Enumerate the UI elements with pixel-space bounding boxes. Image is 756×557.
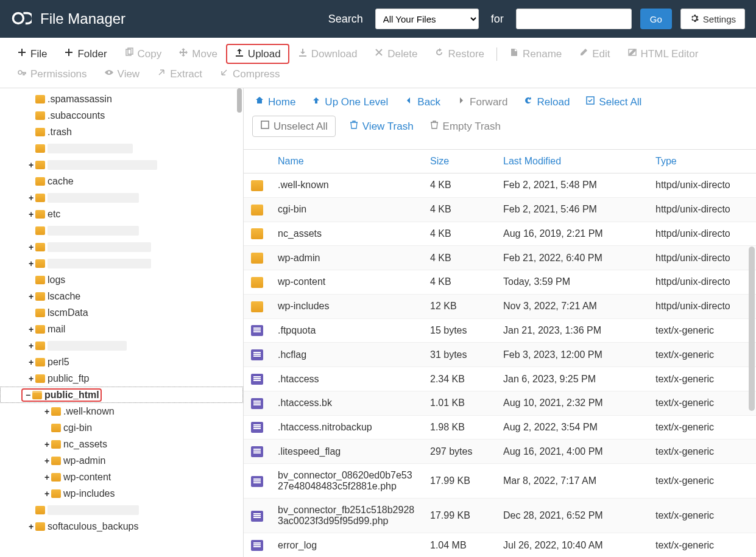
compress-button[interactable]: Compress bbox=[211, 64, 288, 84]
move-button[interactable]: Move bbox=[170, 44, 226, 64]
tree-expand-icon[interactable]: + bbox=[27, 292, 35, 301]
upload-button[interactable]: Upload bbox=[226, 44, 289, 64]
tree-node[interactable]: +mail bbox=[0, 321, 243, 337]
tree-node[interactable]: +wp-includes bbox=[0, 485, 243, 502]
table-row[interactable]: .litespeed_flag297 bytesAug 16, 2021, 4:… bbox=[244, 440, 756, 464]
tree-expand-icon[interactable]: + bbox=[43, 440, 51, 449]
table-row[interactable]: .htaccess.nitrobackup1.98 KBAug 2, 2022,… bbox=[244, 415, 756, 440]
table-row[interactable]: bv_connector_fb251c518b29283ac0023f3d95f… bbox=[244, 499, 756, 533]
tree-node[interactable]: +lscmData bbox=[0, 304, 243, 321]
sidebar-tree[interactable]: +.spamassassin+.subaccounts+.trash+++cac… bbox=[0, 88, 244, 557]
tree-expand-icon[interactable]: + bbox=[27, 242, 35, 252]
extract-button[interactable]: Extract bbox=[148, 64, 211, 84]
forward-button[interactable]: Forward bbox=[454, 94, 510, 110]
arrow-left-icon bbox=[404, 96, 414, 108]
tree-node[interactable]: +cache bbox=[0, 173, 243, 189]
home-button[interactable]: Home bbox=[252, 94, 298, 110]
table-row[interactable]: .ftpquota15 bytesJan 21, 2023, 1:36 PMte… bbox=[244, 318, 756, 343]
tree-node[interactable]: + bbox=[0, 140, 243, 156]
content-scrollbar-v[interactable] bbox=[749, 247, 755, 411]
unselect-all-button[interactable]: Unselect All bbox=[252, 116, 336, 137]
tree-node[interactable]: + bbox=[0, 239, 243, 255]
tree-node[interactable]: + bbox=[0, 337, 243, 354]
column-type[interactable]: Type bbox=[648, 150, 756, 173]
tree-expand-icon[interactable]: + bbox=[27, 374, 35, 384]
up-one-level-button[interactable]: Up One Level bbox=[309, 94, 390, 110]
empty-trash-button[interactable]: Empty Trash bbox=[427, 119, 503, 134]
tree-node[interactable]: +wp-admin bbox=[0, 452, 243, 469]
tree-node[interactable]: + bbox=[0, 156, 243, 173]
html-editor-button[interactable]: HTML Editor bbox=[619, 44, 707, 64]
folder-icon bbox=[51, 407, 61, 416]
table-row[interactable]: .hcflag31 bytesFeb 3, 2023, 12:00 PMtext… bbox=[244, 343, 756, 367]
tree-node[interactable]: +perl5 bbox=[0, 354, 243, 370]
column-name[interactable]: Name bbox=[270, 150, 423, 173]
table-row[interactable]: wp-includes12 KBNov 3, 2022, 7:21 AMhttp… bbox=[244, 294, 756, 318]
back-button[interactable]: Back bbox=[401, 94, 443, 110]
rename-button[interactable]: Rename bbox=[501, 44, 570, 64]
tree-expand-icon[interactable]: + bbox=[43, 489, 51, 499]
tree-node[interactable]: +.well-known bbox=[0, 403, 243, 419]
tree-node[interactable]: + bbox=[0, 255, 243, 271]
sidebar-scrollbar-thumb[interactable] bbox=[237, 88, 242, 113]
tree-expand-icon[interactable]: + bbox=[43, 407, 51, 416]
view-trash-button[interactable]: View Trash bbox=[347, 119, 416, 134]
tree-node[interactable]: +softaculous_backups bbox=[0, 518, 243, 534]
tree-expand-icon[interactable]: + bbox=[27, 341, 35, 351]
table-row[interactable]: .well-known4 KBFeb 2, 2021, 5:48 PMhttpd… bbox=[244, 173, 756, 198]
permissions-button[interactable]: Permissions bbox=[9, 64, 96, 84]
restore-button[interactable]: Restore bbox=[426, 44, 493, 64]
tree-expand-icon[interactable]: + bbox=[27, 522, 35, 531]
view-button[interactable]: View bbox=[96, 64, 149, 84]
tree-collapse-icon[interactable]: − bbox=[24, 390, 32, 400]
tree-node[interactable]: +logs bbox=[0, 271, 243, 288]
tree-expand-icon[interactable]: + bbox=[27, 357, 35, 367]
table-row[interactable]: .htaccess.bk1.01 KBAug 10, 2021, 2:32 PM… bbox=[244, 391, 756, 415]
column-icon[interactable] bbox=[244, 150, 270, 173]
table-row[interactable]: nc_assets4 KBAug 16, 2019, 2:21 PMhttpd/… bbox=[244, 222, 756, 246]
tree-expand-icon[interactable]: + bbox=[43, 456, 51, 466]
edit-button[interactable]: Edit bbox=[570, 44, 618, 64]
tree-node[interactable]: + bbox=[0, 189, 243, 206]
reload-button[interactable]: Reload bbox=[521, 94, 572, 110]
tree-node[interactable]: +public_ftp bbox=[0, 370, 243, 387]
table-row[interactable]: cgi-bin4 KBFeb 2, 2021, 5:46 PMhttpd/uni… bbox=[244, 197, 756, 222]
tree-node[interactable]: +etc bbox=[0, 206, 243, 222]
download-icon bbox=[298, 47, 308, 60]
tree-node[interactable]: +nc_assets bbox=[0, 436, 243, 452]
search-input[interactable] bbox=[516, 9, 632, 29]
table-row[interactable]: error_log1.04 MBJul 26, 2022, 10:40 AMte… bbox=[244, 533, 756, 557]
tree-expand-icon[interactable]: + bbox=[27, 259, 35, 268]
tree-expand-icon[interactable]: + bbox=[27, 209, 35, 219]
go-button[interactable]: Go bbox=[640, 9, 672, 29]
tree-node[interactable]: −public_html bbox=[0, 387, 243, 403]
folder-button[interactable]: Folder bbox=[55, 44, 115, 64]
tree-expand-icon[interactable]: + bbox=[27, 160, 35, 170]
tree-node[interactable]: +cgi-bin bbox=[0, 419, 243, 436]
tree-node[interactable]: +.subaccounts bbox=[0, 107, 243, 124]
tree-expand-icon[interactable]: + bbox=[27, 193, 35, 203]
tree-node[interactable]: +wp-content bbox=[0, 469, 243, 485]
select-all-button[interactable]: Select All bbox=[583, 94, 644, 110]
tree-node[interactable]: + bbox=[0, 222, 243, 239]
column-size[interactable]: Size bbox=[423, 150, 496, 173]
tree-node[interactable]: +.spamassassin bbox=[0, 91, 243, 107]
cell-size: 1.04 MB bbox=[423, 533, 496, 557]
settings-button[interactable]: Settings bbox=[680, 9, 745, 29]
download-button[interactable]: Download bbox=[289, 44, 366, 64]
tree-node[interactable]: +.trash bbox=[0, 124, 243, 140]
column-last-modified[interactable]: Last Modified bbox=[496, 150, 648, 173]
tree-node[interactable]: + bbox=[0, 502, 243, 518]
file-table-wrap[interactable]: Name Size Last Modified Type .well-known… bbox=[244, 149, 756, 557]
table-row[interactable]: wp-content4 KBToday, 3:59 PMhttpd/unix-d… bbox=[244, 270, 756, 295]
search-scope-select[interactable]: All Your Files bbox=[375, 9, 479, 29]
table-row[interactable]: wp-admin4 KBFeb 21, 2022, 6:40 PMhttpd/u… bbox=[244, 246, 756, 270]
file-button[interactable]: File bbox=[9, 44, 55, 64]
delete-button[interactable]: Delete bbox=[366, 44, 426, 64]
copy-button[interactable]: Copy bbox=[116, 44, 171, 64]
tree-expand-icon[interactable]: + bbox=[43, 472, 51, 482]
table-row[interactable]: .htaccess2.34 KBJan 6, 2023, 9:25 PMtext… bbox=[244, 367, 756, 391]
tree-node[interactable]: +lscache bbox=[0, 288, 243, 304]
tree-expand-icon[interactable]: + bbox=[27, 324, 35, 334]
table-row[interactable]: bv_connector_08620ed0b7e5327e48048483c5f… bbox=[244, 464, 756, 499]
